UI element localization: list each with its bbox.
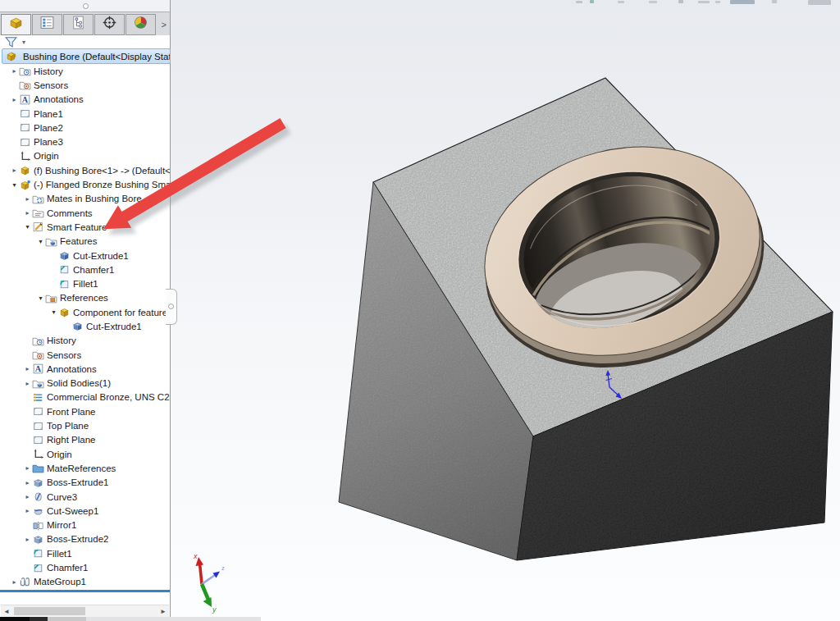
tree-item-label: Curve3 bbox=[47, 492, 77, 502]
tree-item-label: Mirror1 bbox=[47, 520, 76, 530]
tab-displaymanager-icon[interactable] bbox=[126, 14, 156, 35]
tab-configurationmanager-icon[interactable] bbox=[63, 14, 94, 35]
tab-overflow-button[interactable]: > bbox=[162, 20, 167, 30]
tree-item-origin[interactable]: Origin bbox=[0, 149, 170, 163]
tree-item-plane1[interactable]: Plane1 bbox=[0, 107, 170, 121]
expand-arrow-icon[interactable]: ▸ bbox=[10, 67, 19, 75]
scrollbar-thumb[interactable] bbox=[14, 607, 85, 615]
plane-icon bbox=[19, 121, 31, 134]
expand-arrow-icon[interactable]: ▾ bbox=[36, 238, 45, 245]
expand-arrow-icon[interactable]: ▸ bbox=[23, 493, 32, 500]
tree-item-mategroup1[interactable]: ▸MateGroup1 bbox=[0, 575, 170, 589]
tree-item-history[interactable]: History bbox=[0, 334, 170, 348]
taskbar-fragment bbox=[0, 617, 30, 621]
tree-item-chamfer1[interactable]: Chamfer1 bbox=[0, 263, 170, 276]
expand-arrow-icon[interactable]: ▸ bbox=[10, 167, 19, 174]
tree-item-f-bushing-bore-1-default-def[interactable]: ▸(f) Bushing Bore<1> -> (Default<<Def bbox=[0, 163, 170, 177]
expand-arrow-icon[interactable]: ▾ bbox=[10, 181, 19, 189]
mirror-icon bbox=[32, 519, 44, 532]
tree-item-component-for-feature[interactable]: ▾Component for feature bbox=[0, 305, 170, 319]
expand-arrow-icon[interactable]: ▸ bbox=[23, 365, 32, 372]
cropped-toolbar-fragment bbox=[698, 1, 710, 3]
tree-item-curve3[interactable]: ▸Curve3 bbox=[0, 490, 170, 504]
tree-item-plane2[interactable]: Plane2 bbox=[0, 121, 170, 135]
tree-item-label: Sensors bbox=[34, 80, 68, 90]
filter-funnel-icon[interactable] bbox=[4, 35, 19, 48]
mates-folder-icon bbox=[32, 193, 44, 205]
tree-item-front-plane[interactable]: Front Plane bbox=[0, 404, 170, 418]
tree-item-label: Plane3 bbox=[34, 137, 63, 147]
tree-item-flanged-bronze-bushing-smartcom[interactable]: ▾(-) Flanged Bronze Bushing SmartCom bbox=[0, 177, 170, 191]
tree-item-origin[interactable]: Origin bbox=[0, 447, 170, 461]
tree-item-annotations[interactable]: ▸AAnnotations bbox=[0, 362, 170, 376]
tree-item-right-plane[interactable]: Right Plane bbox=[0, 433, 170, 447]
flyout-handle-dot bbox=[168, 304, 174, 309]
tree-horizontal-scrollbar[interactable]: ◄ ► bbox=[1, 605, 169, 617]
tab-featuremanager-tree-icon[interactable] bbox=[1, 14, 31, 35]
tree-item-boss-extrude2[interactable]: ▸Boss-Extrude2 bbox=[0, 532, 170, 546]
tree-item-label: Boss-Extrude1 bbox=[47, 477, 108, 487]
tree-item-history[interactable]: ▸History bbox=[0, 64, 170, 78]
annotations-icon: A bbox=[19, 94, 31, 106]
filter-dropdown-caret[interactable]: ▾ bbox=[22, 39, 25, 46]
origin-icon bbox=[19, 150, 31, 162]
tree-item-label: History bbox=[47, 336, 76, 345]
panel-flyout-handle[interactable] bbox=[166, 289, 177, 325]
tree-item-commercial-bronze-uns-c22000[interactable]: Commercial Bronze, UNS C22000 ( bbox=[0, 390, 170, 404]
expand-arrow-icon[interactable]: ▾ bbox=[23, 223, 32, 231]
expand-arrow-icon[interactable]: ▸ bbox=[10, 96, 19, 103]
tree-item-smart-feature[interactable]: ▾Smart Feature bbox=[0, 220, 170, 234]
tree-item-annotations[interactable]: ▸AAnnotations bbox=[0, 93, 170, 107]
tree-item-comments[interactable]: ▸Comments bbox=[0, 206, 170, 220]
tree-item-sensors[interactable]: Sensors bbox=[0, 348, 170, 362]
tree-item-chamfer1[interactable]: Chamfer1 bbox=[0, 560, 170, 574]
fillet-icon bbox=[58, 278, 71, 290]
expand-arrow-icon[interactable]: ▸ bbox=[23, 479, 32, 486]
tree-item-boss-extrude1[interactable]: ▸Boss-Extrude1 bbox=[0, 476, 170, 490]
panel-splitter-handle[interactable] bbox=[83, 3, 89, 9]
tree-item-features[interactable]: ▾Features bbox=[0, 235, 170, 249]
tab-dimxpertmanager-icon[interactable] bbox=[94, 14, 125, 35]
tree-item-plane3[interactable]: Plane3 bbox=[0, 135, 170, 148]
expand-arrow-icon[interactable]: ▸ bbox=[23, 507, 32, 514]
expand-arrow-icon[interactable]: ▾ bbox=[49, 308, 58, 316]
tree-item-fillet1[interactable]: Fillet1 bbox=[0, 276, 170, 290]
svg-text:A: A bbox=[22, 95, 29, 104]
featuremanager-tree-icon bbox=[8, 15, 24, 34]
expand-arrow-icon[interactable]: ▸ bbox=[23, 464, 32, 472]
mate-reference-glyph bbox=[605, 370, 622, 399]
rollback-bar[interactable] bbox=[0, 590, 170, 592]
configurationmanager-icon bbox=[71, 15, 86, 34]
tree-item-cut-sweep1[interactable]: ▸Cut-Sweep1 bbox=[0, 504, 170, 518]
comments-folder-icon bbox=[32, 207, 44, 219]
tree-item-label: Component for feature bbox=[73, 308, 167, 317]
tree-item-cut-extrude1[interactable]: Cut-Extrude1 bbox=[0, 319, 170, 333]
tab-propertymanager-icon[interactable] bbox=[32, 14, 62, 35]
feature-tree: ▸HistorySensors▸AAnnotationsPlane1Plane2… bbox=[0, 64, 170, 589]
tree-item-matereferences[interactable]: ▸MateReferences bbox=[0, 461, 170, 475]
tree-item-solid-bodies-1[interactable]: ▸Solid Bodies(1) bbox=[0, 377, 170, 390]
tree-filter-row: ▾ bbox=[0, 35, 170, 48]
expand-arrow-icon[interactable]: ▸ bbox=[23, 209, 32, 217]
expand-arrow-icon[interactable]: ▸ bbox=[23, 380, 32, 387]
scroll-right-arrow[interactable]: ► bbox=[158, 608, 169, 615]
expand-arrow-icon[interactable]: ▸ bbox=[23, 195, 32, 203]
scroll-left-arrow[interactable]: ◄ bbox=[1, 608, 12, 615]
tree-item-fillet1[interactable]: Fillet1 bbox=[0, 546, 170, 560]
plane-icon bbox=[19, 136, 31, 148]
expand-arrow-icon[interactable]: ▸ bbox=[23, 536, 32, 543]
tree-item-sensors[interactable]: Sensors bbox=[0, 78, 170, 92]
expand-arrow-icon[interactable]: ▾ bbox=[36, 295, 45, 302]
tree-item-references[interactable]: ▾References bbox=[0, 291, 170, 305]
material-icon bbox=[32, 391, 44, 404]
tree-item-mates-in-bushing-bore[interactable]: ▸Mates in Bushing Bore bbox=[0, 192, 170, 206]
tree-item-label: Features bbox=[60, 236, 97, 246]
tree-root-assembly-row[interactable]: Bushing Bore (Default<Display State-1>) bbox=[2, 48, 171, 64]
tree-item-label: Top Plane bbox=[47, 421, 89, 431]
cropped-toolbar-fragment bbox=[590, 0, 594, 3]
expand-arrow-icon[interactable]: ▸ bbox=[10, 578, 19, 586]
history-folder-icon bbox=[32, 335, 44, 347]
tree-item-cut-extrude1[interactable]: Cut-Extrude1 bbox=[0, 249, 170, 263]
tree-item-mirror1[interactable]: Mirror1 bbox=[0, 518, 170, 532]
tree-item-top-plane[interactable]: Top Plane bbox=[0, 418, 170, 432]
